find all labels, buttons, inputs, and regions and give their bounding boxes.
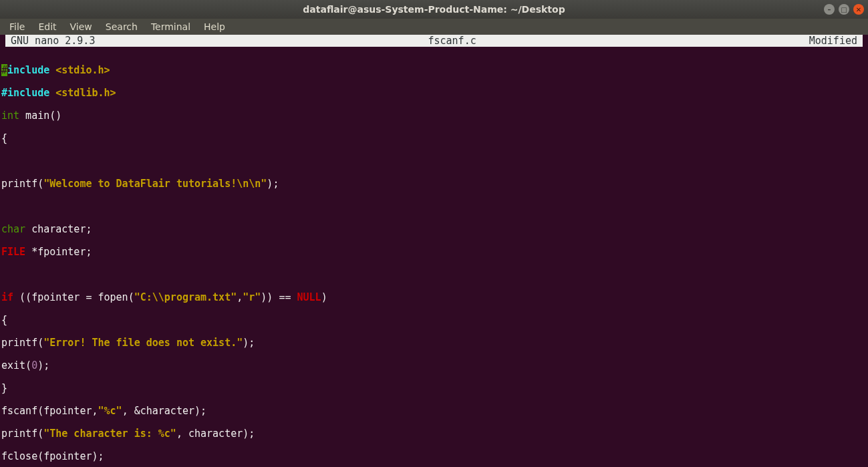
close-icon: ✕ bbox=[856, 6, 861, 13]
code-line: fclose(fpointer); bbox=[1, 451, 868, 462]
code-line: printf("Welcome to DataFlair tutorials!\… bbox=[1, 178, 868, 190]
menu-help[interactable]: Help bbox=[197, 19, 232, 34]
code-line: int main() bbox=[1, 110, 868, 122]
window-title: dataflair@asus-System-Product-Name: ~/De… bbox=[303, 4, 565, 15]
window-controls: – □ ✕ bbox=[824, 4, 864, 15]
code-line: fscanf(fpointer,"%c", &character); bbox=[1, 406, 868, 417]
menu-file[interactable]: File bbox=[3, 19, 31, 34]
code-line: { bbox=[1, 315, 868, 326]
code-line: exit(0); bbox=[1, 360, 868, 371]
cursor: # bbox=[1, 64, 7, 76]
code-line: #include <stdlib.h> bbox=[1, 88, 868, 99]
nano-status-bar: GNU nano 2.9.3 fscanf.c Modified bbox=[5, 35, 863, 47]
nano-filename: fscanf.c bbox=[95, 35, 809, 47]
code-line bbox=[1, 201, 868, 212]
code-line: char character; bbox=[1, 224, 868, 235]
menu-terminal[interactable]: Terminal bbox=[144, 19, 197, 34]
editor-area[interactable]: #include <stdio.h> #include <stdlib.h> i… bbox=[0, 53, 868, 467]
code-line: printf("The character is: %c", character… bbox=[1, 428, 868, 440]
nano-modified-flag: Modified bbox=[809, 35, 863, 47]
menu-bar: File Edit View Search Terminal Help bbox=[0, 19, 868, 35]
menu-search[interactable]: Search bbox=[99, 19, 144, 34]
menu-edit[interactable]: Edit bbox=[31, 19, 63, 34]
maximize-icon: □ bbox=[841, 6, 847, 13]
code-line: FILE *fpointer; bbox=[1, 247, 868, 258]
code-line: { bbox=[1, 133, 868, 144]
menu-view[interactable]: View bbox=[63, 19, 99, 34]
minimize-button[interactable]: – bbox=[824, 4, 835, 15]
nano-version: GNU nano 2.9.3 bbox=[5, 35, 95, 47]
code-line: if ((fpointer = fopen("C:\\program.txt",… bbox=[1, 292, 868, 303]
code-line: #include <stdio.h> bbox=[1, 65, 868, 76]
close-button[interactable]: ✕ bbox=[853, 4, 864, 15]
code-line: } bbox=[1, 383, 868, 394]
window-titlebar: dataflair@asus-System-Product-Name: ~/De… bbox=[0, 0, 868, 19]
minimize-icon: – bbox=[828, 6, 831, 13]
code-line: printf("Error! The file does not exist."… bbox=[1, 337, 868, 349]
code-line bbox=[1, 269, 868, 281]
maximize-button[interactable]: □ bbox=[839, 4, 849, 15]
code-line bbox=[1, 156, 868, 167]
